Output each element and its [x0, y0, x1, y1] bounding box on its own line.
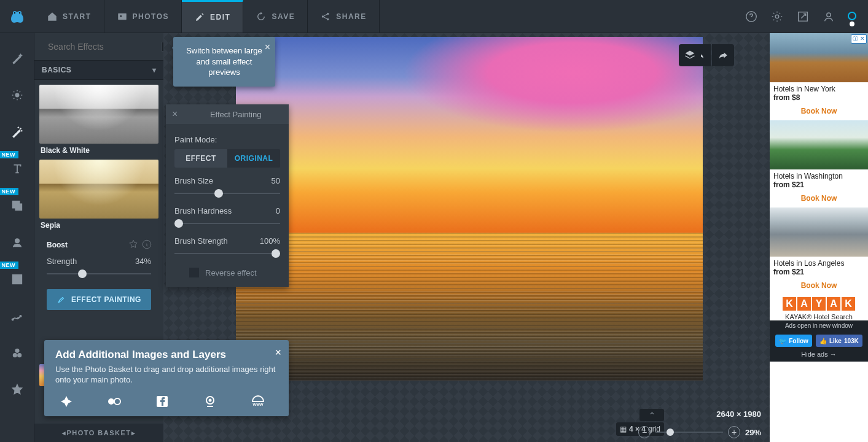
brush-hardness-slider[interactable]: [174, 219, 280, 228]
ad-card[interactable]: Hotels in New Yorkfrom $8Book Now: [770, 33, 868, 120]
account-icon[interactable]: [821, 9, 836, 24]
svg-point-19: [15, 239, 18, 242]
brush-strength-slider[interactable]: [174, 249, 280, 258]
effect-painting-button[interactable]: EFFECT PAINTING: [47, 289, 151, 310]
app-logo[interactable]: [0, 8, 34, 25]
svg-point-26: [17, 354, 20, 357]
svg-point-23: [20, 316, 21, 317]
svg-point-5: [120, 15, 122, 17]
svg-point-8: [327, 18, 329, 20]
nav-edit[interactable]: EDIT: [182, 0, 243, 33]
source-flickr-icon[interactable]: [106, 394, 123, 409]
svg-rect-18: [15, 204, 22, 210]
redo-button[interactable]: [712, 44, 734, 66]
source-www-icon[interactable]: WWW: [249, 394, 267, 409]
section-basics[interactable]: BASICS▾: [34, 60, 163, 80]
svg-point-10: [775, 15, 779, 18]
svg-point-22: [12, 319, 13, 320]
svg-point-15: [21, 130, 22, 131]
help-icon[interactable]: [744, 9, 759, 24]
topbar: START PHOTOS EDIT SAVE SHARE: [0, 0, 868, 33]
preview-size-tooltip: × Switch between large and small effect …: [173, 37, 275, 87]
svg-rect-21: [14, 276, 20, 282]
svg-point-2: [14, 12, 15, 13]
close-icon[interactable]: ×: [275, 346, 281, 359]
svg-point-12: [827, 13, 831, 17]
callout-body: Use the Photo Basket to drag and drop ad…: [55, 365, 278, 386]
tool-rail: NEW NEW NEW: [0, 33, 34, 442]
mode-effect[interactable]: EFFECT: [174, 149, 227, 168]
strength-slider[interactable]: [47, 269, 151, 278]
source-facebook-icon[interactable]: [154, 394, 171, 409]
nav-start[interactable]: START: [34, 0, 104, 33]
effect-black-and-white[interactable]: Black & White: [39, 85, 158, 156]
search-input[interactable]: [48, 42, 155, 52]
tool-portrait[interactable]: [7, 228, 27, 257]
settings-icon[interactable]: [770, 9, 784, 24]
layers-button[interactable]: [679, 44, 701, 66]
book-now-link[interactable]: Book Now: [770, 276, 868, 291]
ad-card[interactable]: Hotels in Los Angelesfrom $21Book Now: [770, 207, 868, 295]
book-now-link[interactable]: Book Now: [770, 189, 868, 204]
twitter-follow[interactable]: 🐦 Follow: [775, 335, 812, 347]
svg-point-33: [209, 399, 212, 402]
kayak-logo[interactable]: KAYAK: [770, 297, 868, 311]
tool-wand[interactable]: [7, 44, 27, 72]
canvas-photo[interactable]: [236, 37, 703, 381]
svg-point-3: [19, 12, 20, 13]
adchoices-icon[interactable]: ⓘ ✕: [851, 34, 867, 44]
nav-photos[interactable]: PHOTOS: [104, 0, 182, 33]
tool-effects[interactable]: [7, 118, 27, 146]
nav-share[interactable]: SHARE: [308, 0, 380, 33]
tool-gear[interactable]: [7, 81, 27, 109]
facebook-like[interactable]: 👍 Like 103K: [816, 335, 862, 347]
effect-boost[interactable]: Boost: [39, 235, 158, 254]
brush-size-slider[interactable]: [174, 189, 280, 198]
photo-basket-callout: × Add Additional Images and Layers Use t…: [44, 340, 289, 416]
svg-point-13: [15, 93, 19, 97]
svg-rect-4: [118, 13, 127, 20]
ads-column: ⓘ ✕ Hotels in New Yorkfrom $8Book Now Ho…: [770, 33, 868, 442]
svg-point-24: [15, 349, 19, 353]
top-nav: START PHOTOS EDIT SAVE SHARE: [34, 0, 380, 33]
zoom-out-button[interactable]: −: [638, 426, 651, 438]
tool-clone[interactable]: [7, 339, 27, 367]
svg-point-14: [20, 128, 21, 130]
svg-point-30: [114, 398, 120, 405]
svg-text:WWW: WWW: [253, 403, 264, 406]
close-icon[interactable]: ×: [172, 109, 178, 120]
tool-favorites[interactable]: [7, 376, 27, 404]
svg-point-7: [327, 12, 329, 14]
effect-sepia[interactable]: Sepia: [39, 160, 158, 231]
zoom-in-button[interactable]: +: [728, 426, 740, 438]
notification-icon[interactable]: [847, 12, 857, 21]
ad-card[interactable]: Hotels in Washingtonfrom $21Book Now: [770, 120, 868, 207]
tool-overlay[interactable]: NEW: [7, 192, 27, 220]
nav-save[interactable]: SAVE: [243, 0, 308, 33]
book-now-link[interactable]: Book Now: [770, 102, 868, 117]
hide-ads-link[interactable]: Hide ads →: [801, 351, 836, 358]
kayak-caption: KAYAK® Hotel Search: [770, 313, 868, 320]
tool-text[interactable]: NEW: [7, 155, 27, 183]
callout-title: Add Additional Images and Layers: [55, 349, 278, 361]
svg-point-25: [13, 354, 16, 357]
close-icon[interactable]: ×: [265, 41, 270, 54]
tool-draw[interactable]: [7, 302, 27, 330]
source-webcam-icon[interactable]: [201, 394, 219, 409]
image-dimensions: 2640 × 1980: [716, 409, 761, 419]
photo-basket-bar[interactable]: ◂ PHOTO BASKET ▸: [34, 424, 163, 442]
fullscreen-icon[interactable]: [796, 9, 810, 24]
favorite-icon[interactable]: [128, 239, 139, 250]
mode-original[interactable]: ORIGINAL: [227, 149, 280, 168]
paint-mode-segment[interactable]: EFFECT ORIGINAL: [174, 149, 280, 168]
reverse-effect-checkbox[interactable]: [189, 268, 199, 277]
info-icon[interactable]: [141, 239, 152, 250]
svg-point-29: [108, 398, 114, 405]
top-right-icons: [744, 9, 868, 24]
zoom-slider[interactable]: [655, 432, 723, 433]
svg-point-6: [322, 15, 324, 17]
tool-frames[interactable]: NEW: [7, 265, 27, 293]
source-computer-icon[interactable]: [58, 394, 75, 409]
grid-menu-up[interactable]: ⌃: [639, 409, 664, 421]
zoom-value: 29%: [745, 428, 761, 437]
